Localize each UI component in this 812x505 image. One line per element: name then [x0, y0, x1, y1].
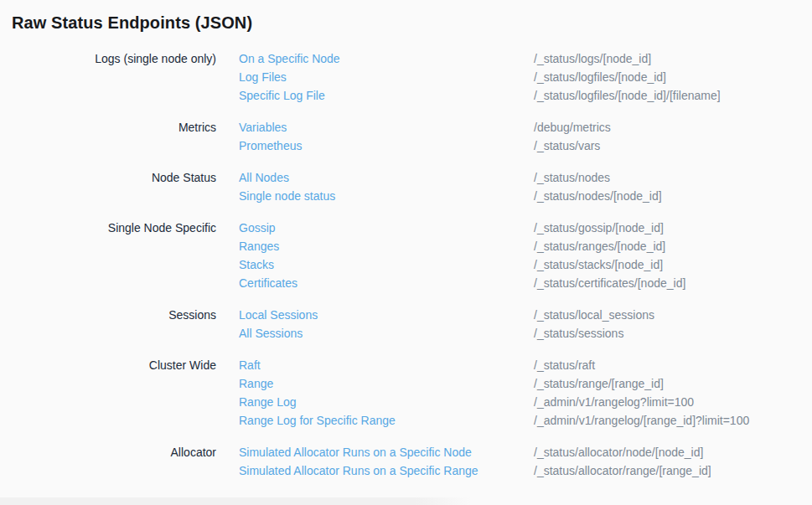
endpoint-links-column: VariablesPrometheus — [239, 118, 534, 155]
endpoint-group: Allocator Simulated Allocator Runs on a … — [0, 443, 812, 480]
endpoint-link[interactable]: Gossip — [239, 219, 534, 237]
endpoint-group: Logs (single node only) On a Specific No… — [0, 49, 812, 105]
endpoint-link[interactable]: Ranges — [239, 237, 534, 255]
bottom-shade — [0, 497, 472, 505]
endpoint-path: /_admin/v1/rangelog/[range_id]?limit=100 — [534, 411, 812, 430]
category-label: Allocator — [0, 443, 216, 461]
endpoint-link[interactable]: Simulated Allocator Runs on a Specific R… — [239, 461, 534, 480]
endpoint-link[interactable]: All Nodes — [239, 168, 534, 187]
endpoint-link[interactable]: Stacks — [239, 255, 534, 274]
endpoint-paths-column: /_status/logs/[node_id]/_status/logfiles… — [534, 49, 812, 105]
endpoint-path: /_status/certificates/[node_id] — [534, 274, 812, 292]
endpoint-groups: Logs (single node only) On a Specific No… — [0, 49, 812, 480]
endpoint-path: /_status/logfiles/[node_id] — [534, 68, 812, 86]
endpoint-link[interactable]: All Sessions — [239, 324, 534, 343]
endpoint-paths-column: /_status/raft/_status/range/[range_id]/_… — [534, 356, 812, 430]
endpoint-paths-column: /debug/metrics/_status/vars — [534, 118, 812, 155]
endpoint-link[interactable]: Simulated Allocator Runs on a Specific N… — [239, 443, 534, 461]
endpoint-link[interactable]: Range Log — [239, 393, 534, 411]
endpoint-link[interactable]: Single node status — [239, 187, 534, 205]
endpoint-group: Sessions Local SessionsAll Sessions /_st… — [0, 306, 812, 343]
category-label: Sessions — [0, 306, 216, 324]
endpoint-group: Cluster Wide RaftRangeRange LogRange Log… — [0, 356, 812, 430]
endpoint-link[interactable]: Log Files — [239, 68, 534, 86]
endpoint-link[interactable]: Local Sessions — [239, 306, 534, 324]
endpoint-path: /_status/nodes/[node_id] — [534, 187, 812, 205]
endpoint-link[interactable]: Raft — [239, 356, 534, 374]
category-label: Logs (single node only) — [0, 49, 216, 68]
category-label: Metrics — [0, 118, 216, 137]
endpoint-links-column: Local SessionsAll Sessions — [239, 306, 534, 343]
endpoint-path: /_status/ranges/[node_id] — [534, 237, 812, 255]
endpoint-path: /_status/stacks/[node_id] — [534, 255, 812, 274]
endpoint-path: /_status/sessions — [534, 324, 812, 343]
endpoint-path: /_status/gossip/[node_id] — [534, 219, 812, 237]
endpoint-links-column: On a Specific NodeLog FilesSpecific Log … — [239, 49, 534, 105]
endpoint-paths-column: /_status/local_sessions/_status/sessions — [534, 306, 812, 343]
endpoint-path: /_status/logs/[node_id] — [534, 49, 812, 68]
endpoint-paths-column: /_status/gossip/[node_id]/_status/ranges… — [534, 219, 812, 292]
endpoint-path: /_status/allocator/range/[range_id] — [534, 461, 812, 480]
endpoint-link[interactable]: Certificates — [239, 274, 534, 292]
category-label: Cluster Wide — [0, 356, 216, 374]
category-label: Node Status — [0, 168, 216, 187]
endpoint-path: /_status/allocator/node/[node_id] — [534, 443, 812, 461]
raw-status-endpoints-page: Raw Status Endpoints (JSON) Logs (single… — [0, 0, 812, 505]
endpoint-link[interactable]: Range — [239, 374, 534, 393]
endpoint-path: /_status/raft — [534, 356, 812, 374]
endpoint-links-column: All NodesSingle node status — [239, 168, 534, 205]
endpoint-path: /_status/range/[range_id] — [534, 374, 812, 393]
endpoint-links-column: GossipRangesStacksCertificates — [239, 219, 534, 292]
endpoint-path: /_status/logfiles/[node_id]/[filename] — [534, 86, 812, 105]
endpoint-group: Single Node Specific GossipRangesStacksC… — [0, 219, 812, 292]
endpoint-path: /_admin/v1/rangelog?limit=100 — [534, 393, 812, 411]
endpoint-group: Metrics VariablesPrometheus /debug/metri… — [0, 118, 812, 155]
page-title: Raw Status Endpoints (JSON) — [12, 12, 812, 33]
endpoint-link[interactable]: Range Log for Specific Range — [239, 411, 534, 430]
endpoint-group: Node Status All NodesSingle node status … — [0, 168, 812, 205]
endpoint-link[interactable]: On a Specific Node — [239, 49, 534, 68]
endpoint-path: /debug/metrics — [534, 118, 812, 137]
endpoint-path: /_status/local_sessions — [534, 306, 812, 324]
endpoint-link[interactable]: Variables — [239, 118, 534, 137]
endpoint-link[interactable]: Prometheus — [239, 137, 534, 155]
endpoint-links-column: Simulated Allocator Runs on a Specific N… — [239, 443, 534, 480]
endpoint-links-column: RaftRangeRange LogRange Log for Specific… — [239, 356, 534, 430]
endpoint-path: /_status/nodes — [534, 168, 812, 187]
endpoint-link[interactable]: Specific Log File — [239, 86, 534, 105]
endpoint-paths-column: /_status/nodes/_status/nodes/[node_id] — [534, 168, 812, 205]
endpoint-paths-column: /_status/allocator/node/[node_id]/_statu… — [534, 443, 812, 480]
endpoint-path: /_status/vars — [534, 137, 812, 155]
category-label: Single Node Specific — [0, 219, 216, 237]
